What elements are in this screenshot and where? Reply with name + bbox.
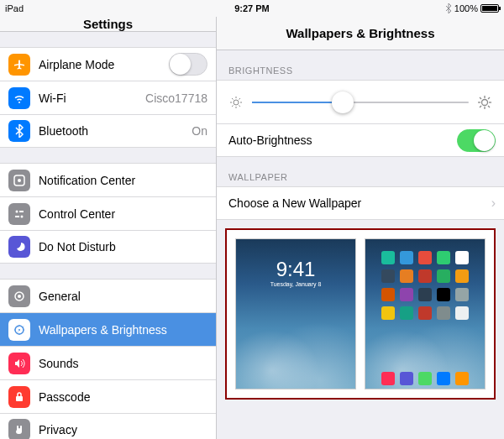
brightness-slider-row (217, 80, 504, 123)
svg-point-7 (18, 295, 21, 298)
sidebar-item-controlcenter[interactable]: Control Center (0, 196, 216, 230)
choose-wallpaper-label: Choose a New Wallpaper (228, 196, 491, 210)
airplane-toggle[interactable] (169, 53, 207, 76)
brightness-slider[interactable] (252, 102, 469, 103)
status-bar: iPad 9:27 PM 100% (0, 0, 504, 17)
dnd-label: Do Not Disturb (39, 240, 207, 253)
controlcenter-icon (8, 203, 30, 225)
sun-min-icon (228, 95, 244, 110)
bluetooth-label: Bluetooth (39, 124, 192, 138)
sidebar-item-passcode[interactable]: Passcode (0, 379, 216, 413)
svg-point-9 (18, 329, 20, 331)
app-icon (418, 251, 432, 264)
sidebar-item-wifi[interactable]: Wi-Fi Cisco17718 (0, 81, 216, 114)
sidebar-group-device: General Wallpapers & Brightness Sounds P… (0, 279, 216, 439)
privacy-label: Privacy (39, 423, 207, 436)
app-icon (455, 269, 469, 283)
dnd-icon (8, 236, 30, 258)
svg-line-16 (232, 98, 234, 100)
app-icon (455, 251, 469, 264)
sidebar-item-privacy[interactable]: Privacy (0, 413, 216, 439)
battery-icon (480, 4, 499, 13)
svg-line-28 (488, 97, 490, 99)
sidebar-title: Settings (0, 17, 216, 32)
gear-icon (8, 285, 30, 307)
app-icon (437, 306, 450, 320)
dock-app-icon (400, 372, 413, 385)
svg-line-26 (488, 106, 490, 107)
sidebar-item-sounds[interactable]: Sounds (0, 346, 216, 379)
app-icon (381, 269, 395, 283)
status-right: 100% (445, 3, 499, 13)
app-icon (418, 306, 432, 320)
clock: 9:27 PM (234, 3, 270, 13)
app-icon (400, 306, 413, 320)
svg-point-20 (482, 99, 488, 105)
airplane-icon (8, 54, 30, 76)
brightness-section: BRIGHTNESS Auto-Brightness (217, 65, 504, 157)
auto-brightness-toggle[interactable] (457, 129, 496, 152)
airplane-label: Airplane Mode (39, 58, 169, 71)
wifi-icon (8, 87, 30, 109)
dock-app-icon (455, 372, 469, 385)
app-icon (418, 288, 432, 301)
app-icon (381, 288, 395, 301)
svg-line-17 (239, 105, 241, 107)
wallpapers-icon (8, 319, 30, 341)
sidebar-item-notifications[interactable]: Notification Center (0, 163, 216, 196)
notifications-label: Notification Center (39, 174, 207, 187)
sun-max-icon (477, 95, 492, 110)
sidebar-item-general[interactable]: General (0, 279, 216, 312)
app-icon (418, 269, 432, 283)
auto-brightness-label: Auto-Brightness (228, 133, 457, 147)
wallpaper-previews: 9:41 Tuesday, January 8 (225, 228, 496, 400)
home-screen-preview[interactable] (365, 238, 486, 389)
svg-rect-10 (16, 396, 23, 401)
svg-point-4 (21, 215, 24, 217)
app-icon (400, 251, 413, 264)
svg-rect-3 (19, 211, 24, 212)
settings-sidebar: Settings Airplane Mode Wi-Fi Cisco17718 (0, 17, 217, 439)
dock-app-icon (437, 372, 450, 385)
svg-line-19 (239, 98, 241, 100)
wallpaper-section: WALLPAPER Choose a New Wallpaper › (217, 172, 504, 220)
device-label: iPad (5, 3, 24, 13)
controlcenter-label: Control Center (39, 207, 207, 221)
sidebar-group-connectivity: Airplane Mode Wi-Fi Cisco17718 Bluetooth… (0, 47, 216, 148)
bluetooth-icon (8, 120, 30, 142)
detail-title: Wallpapers & Brightness (217, 17, 504, 50)
app-icon (381, 251, 395, 264)
svg-point-1 (18, 179, 21, 182)
wifi-value: Cisco17718 (145, 91, 207, 105)
wifi-label: Wi-Fi (39, 91, 145, 105)
wallpaper-header: WALLPAPER (217, 172, 504, 186)
wallpapers-label: Wallpapers & Brightness (39, 323, 207, 337)
home-preview-apps (381, 251, 469, 320)
app-icon (437, 288, 450, 301)
app-icon (437, 251, 450, 264)
sidebar-group-notifications: Notification Center Control Center Do No… (0, 163, 216, 264)
lock-preview-date: Tuesday, January 8 (270, 281, 322, 287)
sidebar-item-bluetooth[interactable]: Bluetooth On (0, 114, 216, 148)
svg-rect-5 (15, 216, 19, 217)
choose-wallpaper-row[interactable]: Choose a New Wallpaper › (217, 186, 504, 220)
app-icon (381, 306, 395, 320)
sounds-icon (8, 353, 30, 374)
home-preview-dock (381, 372, 469, 385)
lock-icon (8, 386, 30, 408)
sidebar-item-airplane[interactable]: Airplane Mode (0, 47, 216, 81)
svg-line-27 (480, 106, 481, 107)
hand-icon (8, 419, 30, 439)
sounds-label: Sounds (39, 357, 207, 370)
sidebar-item-dnd[interactable]: Do Not Disturb (0, 230, 216, 264)
general-label: General (39, 290, 207, 303)
auto-brightness-row: Auto-Brightness (217, 123, 504, 157)
detail-pane: Wallpapers & Brightness BRIGHTNESS Auto-… (217, 17, 504, 439)
notifications-icon (8, 170, 30, 191)
svg-point-11 (234, 100, 239, 105)
sidebar-item-wallpapers[interactable]: Wallpapers & Brightness (0, 312, 216, 346)
chevron-right-icon: › (491, 196, 496, 211)
lock-preview-time: 9:41 (276, 258, 316, 281)
lock-screen-preview[interactable]: 9:41 Tuesday, January 8 (235, 238, 356, 389)
brightness-header: BRIGHTNESS (217, 65, 504, 80)
